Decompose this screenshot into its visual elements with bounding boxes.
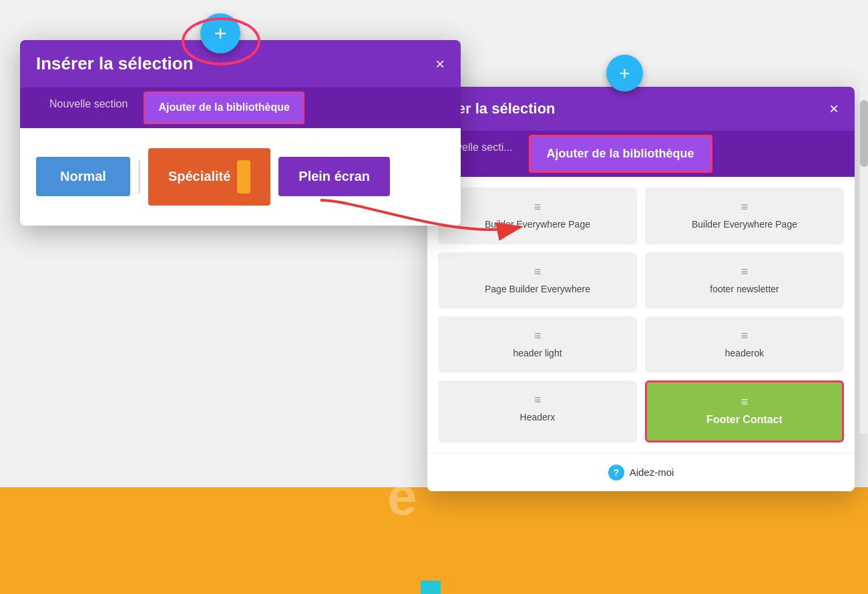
menu-icon: ≡ (741, 330, 748, 342)
list-item[interactable]: ≡ header light (438, 316, 637, 372)
help-text[interactable]: Aidez-moi (630, 467, 674, 478)
menu-icon: ≡ (534, 394, 541, 406)
list-item[interactable]: ≡ Builder Everywhere Page (438, 188, 637, 244)
menu-icon: ≡ (741, 266, 748, 278)
dialog-first-title: Insérer la sélection (36, 53, 194, 74)
plus-button-second[interactable] (606, 55, 643, 91)
btn-normal[interactable]: Normal (36, 157, 130, 196)
list-item[interactable]: ≡ footer newsletter (645, 252, 844, 308)
dialog-first: Insérer la sélection × Nouvelle section … (20, 40, 461, 226)
menu-icon: ≡ (534, 266, 541, 278)
item-label: Builder Everywhere Page (692, 218, 797, 230)
plus-button-container (200, 13, 240, 53)
item-label: footer newsletter (710, 283, 779, 295)
list-item[interactable]: ≡ headerok (645, 316, 844, 372)
menu-icon: ≡ (741, 201, 748, 213)
dialog-scrollbar[interactable] (860, 87, 868, 434)
item-label: Page Builder Everywhere (485, 283, 590, 295)
item-label: Builder Everywhere Page (485, 218, 590, 230)
btn-plein-ecran[interactable]: Plein écran (278, 157, 390, 196)
dialog-first-header: Insérer la sélection × (20, 40, 461, 87)
help-footer: ? Aidez-moi (427, 453, 855, 491)
library-grid: ≡ Builder Everywhere Page ≡ Builder Ever… (427, 177, 855, 453)
plus-button-first[interactable] (200, 13, 240, 53)
orange-accent (237, 160, 250, 194)
list-item[interactable]: ≡ Builder Everywhere Page (645, 188, 844, 244)
tab-ajouter-bibliotheque-first[interactable]: Ajouter de la bibliothèque (144, 91, 304, 124)
item-label: header light (513, 347, 562, 359)
btn-specialite[interactable]: Spécialité (148, 148, 270, 206)
dialog-first-body: Normal Spécialité Plein écran (20, 128, 461, 226)
scrollbar-thumb[interactable] (860, 100, 868, 167)
list-item-footer-contact[interactable]: ≡ Footer Contact (645, 380, 844, 442)
list-item[interactable]: ≡ Headerx (438, 380, 637, 442)
divider (138, 160, 140, 194)
dialog-first-close-button[interactable]: × (435, 56, 445, 72)
item-label: headerok (725, 347, 764, 359)
dialog-second-close-button[interactable]: × (829, 101, 839, 117)
help-icon: ? (608, 465, 624, 481)
item-label-highlighted: Footer Contact (706, 413, 783, 427)
item-label: Headerx (520, 411, 556, 423)
dialog-second-header: érer la sélection × (427, 87, 855, 131)
menu-icon-highlighted: ≡ (741, 396, 748, 408)
dialog-second: érer la sélection × velle secti... Ajout… (427, 87, 855, 491)
dialog-second-tabs: velle secti... Ajouter de la bibliothèqu… (427, 131, 855, 177)
bg-text: e (387, 466, 415, 527)
list-item[interactable]: ≡ Page Builder Everywhere (438, 252, 637, 308)
tab-nouvelle-section-first[interactable]: Nouvelle section (36, 87, 141, 128)
tab-ajouter-bibliotheque-second[interactable]: Ajouter de la bibliothèque (529, 135, 712, 173)
menu-icon: ≡ (534, 201, 541, 213)
yellow-accent (0, 487, 868, 594)
menu-icon: ≡ (534, 330, 541, 342)
dialog-first-tabs: Nouvelle section Ajouter de la bibliothè… (20, 87, 461, 128)
teal-bar (421, 581, 441, 594)
